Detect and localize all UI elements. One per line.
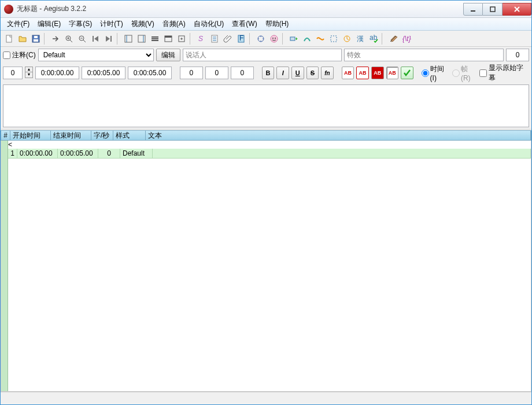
layer-up-icon[interactable]: ▲ <box>25 67 33 72</box>
svg-point-35 <box>271 35 278 42</box>
shift-times-icon[interactable] <box>287 32 300 45</box>
outline-color-button[interactable]: AB <box>371 67 384 79</box>
menu-video[interactable]: 视频(V) <box>127 18 158 30</box>
col-cps[interactable]: 字/秒 <box>91 131 113 140</box>
style-combo[interactable]: Default <box>38 49 154 61</box>
new-file-icon[interactable] <box>3 32 16 45</box>
comment-label: 注释(C) <box>12 50 36 60</box>
start-time-field[interactable] <box>35 67 79 79</box>
col-number[interactable]: # <box>1 131 10 140</box>
primary-color-button[interactable]: AB <box>342 67 354 79</box>
options-icon[interactable] <box>387 32 400 45</box>
menu-audio[interactable]: 音频(A) <box>158 18 190 30</box>
kanji-timer-icon[interactable]: 漢 <box>354 32 367 45</box>
minimize-button[interactable] <box>463 3 483 16</box>
cell-start: 0:00:00.00 <box>17 149 58 158</box>
layer-down-icon[interactable]: ▼ <box>25 72 33 78</box>
secondary-color-button[interactable]: AB <box>356 67 369 79</box>
svg-rect-23 <box>152 40 158 41</box>
spellcheck-icon[interactable]: ab <box>367 32 380 45</box>
svg-rect-17 <box>125 35 132 42</box>
select-visible-icon[interactable] <box>149 32 161 45</box>
snap-start-icon[interactable] <box>122 32 135 45</box>
zoom-out-icon[interactable] <box>76 32 88 45</box>
margin-left-field[interactable] <box>180 67 203 79</box>
video-jump-start-icon[interactable] <box>89 32 102 45</box>
translation-assistant-icon[interactable] <box>314 32 327 45</box>
resample-icon[interactable] <box>327 32 340 45</box>
bold-button[interactable]: B <box>262 67 275 79</box>
strike-button[interactable]: S <box>306 67 319 79</box>
menu-automation[interactable]: 自动化(U) <box>190 18 228 30</box>
zoom-in-icon[interactable] <box>62 32 75 45</box>
margin-right-field[interactable] <box>205 67 228 79</box>
frame-radio[interactable]: 帧(R) <box>452 64 477 82</box>
svg-rect-22 <box>152 38 158 39</box>
automation-icon[interactable] <box>254 32 267 45</box>
col-start[interactable]: 开始时间 <box>10 131 51 140</box>
svg-rect-25 <box>165 36 172 38</box>
chars-count[interactable] <box>506 49 529 61</box>
maximize-button[interactable] <box>483 3 503 16</box>
show-original-checkbox[interactable]: 显示原始字幕 <box>479 63 529 83</box>
close-button[interactable] <box>503 3 531 16</box>
font-button[interactable]: fn <box>321 67 334 79</box>
menu-view[interactable]: 查看(W) <box>228 18 261 30</box>
cycle-tags-icon[interactable]: {\t} <box>400 32 413 45</box>
svg-rect-7 <box>34 36 38 38</box>
titlebar: 无标题 - Aegisub 3.2.2 <box>1 1 531 18</box>
layer-field[interactable] <box>3 67 23 79</box>
assdraw-icon[interactable] <box>268 32 280 45</box>
menu-subs[interactable]: 字幕(S) <box>65 18 96 30</box>
fonts-collector-icon[interactable]: F <box>235 32 247 45</box>
effect-combo[interactable] <box>344 49 504 61</box>
shadow-color-button[interactable]: AB <box>386 67 399 79</box>
commit-button[interactable] <box>401 67 413 79</box>
actor-combo[interactable] <box>183 49 342 61</box>
cell-text <box>153 149 531 158</box>
svg-rect-1 <box>490 7 495 12</box>
svg-text:漢: 漢 <box>357 35 364 43</box>
styles-manager-icon[interactable]: S <box>195 32 208 45</box>
duration-field[interactable] <box>128 67 172 79</box>
col-text[interactable]: 文本 <box>146 131 531 140</box>
save-file-icon[interactable] <box>29 32 42 45</box>
svg-point-36 <box>272 38 274 39</box>
styling-assistant-icon[interactable] <box>301 32 313 45</box>
comment-checkbox[interactable]: 注释(C) <box>3 50 36 60</box>
grid-gutter <box>1 141 8 391</box>
shift-scene-icon[interactable] <box>175 32 188 45</box>
margin-vert-field[interactable] <box>231 67 254 79</box>
svg-line-9 <box>70 40 72 42</box>
subtitle-text-input[interactable] <box>3 84 529 127</box>
menu-help[interactable]: 帮助(H) <box>261 18 293 30</box>
menu-edit[interactable]: 编辑(E) <box>34 18 65 30</box>
grid-body[interactable]: < 1 0:00:00.00 0:00:05.00 0 Default <box>8 141 531 391</box>
svg-rect-4 <box>6 35 12 42</box>
properties-icon[interactable] <box>208 32 221 45</box>
col-style[interactable]: 样式 <box>113 131 146 140</box>
end-time-field[interactable] <box>82 67 125 79</box>
timing-postprocessor-icon[interactable] <box>341 32 353 45</box>
video-jump-end-icon[interactable] <box>102 32 115 45</box>
italic-button[interactable]: I <box>276 67 289 79</box>
open-file-icon[interactable] <box>16 32 29 45</box>
menu-file[interactable]: 文件(F) <box>3 18 34 30</box>
svg-text:S: S <box>198 35 203 43</box>
svg-rect-16 <box>110 36 112 42</box>
snap-scene-icon[interactable] <box>162 32 175 45</box>
col-end[interactable]: 结束时间 <box>51 131 91 140</box>
svg-point-37 <box>275 38 276 39</box>
snap-end-icon[interactable] <box>135 32 148 45</box>
table-row[interactable]: 1 0:00:00.00 0:00:05.00 0 Default <box>8 149 531 159</box>
status-bar <box>1 392 531 404</box>
menu-timing[interactable]: 计时(T) <box>96 18 127 30</box>
time-radio[interactable]: 时间(I) <box>422 64 450 82</box>
edit-style-button[interactable]: 编辑 <box>156 49 180 61</box>
attachments-icon[interactable] <box>221 32 234 45</box>
jump-icon[interactable] <box>49 32 62 45</box>
svg-rect-15 <box>93 36 94 42</box>
subtitle-grid: # 开始时间 结束时间 字/秒 样式 文本 < 1 0:00:00.00 0:0… <box>1 130 531 392</box>
svg-rect-6 <box>34 39 38 42</box>
underline-button[interactable]: U <box>291 67 304 79</box>
